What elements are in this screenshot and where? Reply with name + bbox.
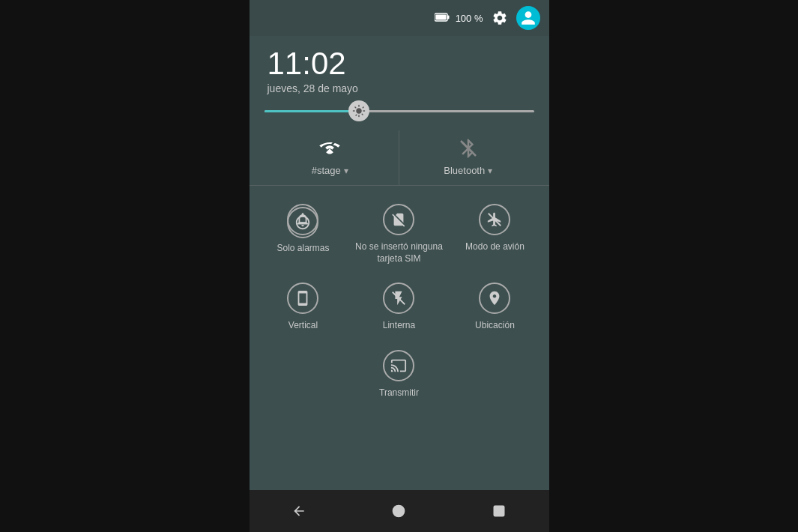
quick-tiles: Solo alarmas No se insertó ninguna tarje… — [250, 186, 549, 414]
tile-no-sim[interactable]: No se insertó ninguna tarjeta SIM — [351, 198, 447, 276]
navigation-bar — [250, 490, 549, 532]
linterna-label: Linterna — [383, 320, 415, 332]
minus-circle-icon — [287, 207, 318, 238]
user-avatar[interactable] — [516, 6, 540, 30]
tile-vertical[interactable]: Vertical — [256, 276, 351, 344]
tile-solo-alarmas[interactable]: Solo alarmas — [256, 198, 351, 276]
recent-apps-button[interactable] — [478, 490, 520, 532]
brightness-thumb[interactable] — [348, 100, 369, 121]
bluetooth-chevron: ▾ — [488, 166, 492, 176]
bluetooth-label-row: Bluetooth ▾ — [444, 165, 492, 176]
clock-date: jueves, 28 de mayo — [267, 82, 531, 94]
battery-percentage: 100 % — [456, 13, 483, 24]
wifi-toggle[interactable]: #stage ▾ — [262, 130, 400, 185]
brightness-row — [250, 103, 549, 124]
ubicacion-icon — [479, 282, 510, 314]
settings-icon[interactable] — [489, 7, 510, 28]
wifi-label-row: #stage ▾ — [312, 165, 348, 176]
battery-icon — [435, 12, 450, 25]
right-panel — [549, 0, 799, 532]
brightness-fill — [265, 110, 359, 112]
bluetooth-toggle[interactable]: Bluetooth ▾ — [399, 130, 537, 185]
clock-area: 11:02 jueves, 28 de mayo — [250, 36, 549, 103]
linterna-icon — [383, 282, 414, 314]
svg-point-13 — [393, 506, 405, 517]
tile-linterna[interactable]: Linterna — [351, 276, 447, 344]
brightness-slider[interactable] — [265, 109, 534, 112]
clock-time: 11:02 — [267, 48, 531, 79]
transmitir-icon — [383, 350, 414, 381]
modo-avion-icon — [479, 204, 510, 235]
bluetooth-icon — [457, 133, 480, 163]
tile-transmitir[interactable]: Transmitir — [351, 344, 447, 411]
wifi-icon — [318, 133, 341, 163]
vertical-icon — [287, 282, 318, 314]
wifi-chevron: ▾ — [344, 166, 348, 176]
no-sim-label: No se insertó ninguna tarjeta SIM — [354, 241, 444, 265]
vertical-label: Vertical — [288, 320, 318, 332]
tile-ubicacion[interactable]: Ubicación — [447, 276, 542, 344]
phone-container: 100 % 11:02 jueves, 28 de mayo — [250, 0, 549, 532]
transmitir-label: Transmitir — [379, 387, 419, 399]
brightness-track — [265, 110, 534, 112]
modo-avion-label: Modo de avión — [465, 241, 525, 253]
status-bar: 100 % — [250, 0, 549, 36]
wifi-label: #stage — [312, 165, 341, 176]
svg-rect-14 — [494, 506, 504, 516]
home-button[interactable] — [378, 490, 420, 532]
quick-toggles-row: #stage ▾ Bluetooth ▾ — [250, 124, 549, 186]
svg-rect-8 — [447, 15, 450, 19]
no-sim-icon — [383, 204, 414, 235]
bluetooth-label: Bluetooth — [444, 165, 485, 176]
back-button[interactable] — [278, 490, 320, 532]
tile-modo-avion[interactable]: Modo de avión — [447, 198, 542, 276]
notification-panel: 11:02 jueves, 28 de mayo — [250, 36, 549, 490]
solo-alarmas-label: Solo alarmas — [276, 243, 329, 255]
svg-rect-9 — [435, 14, 446, 19]
left-panel — [0, 0, 250, 532]
ubicacion-label: Ubicación — [475, 320, 515, 332]
